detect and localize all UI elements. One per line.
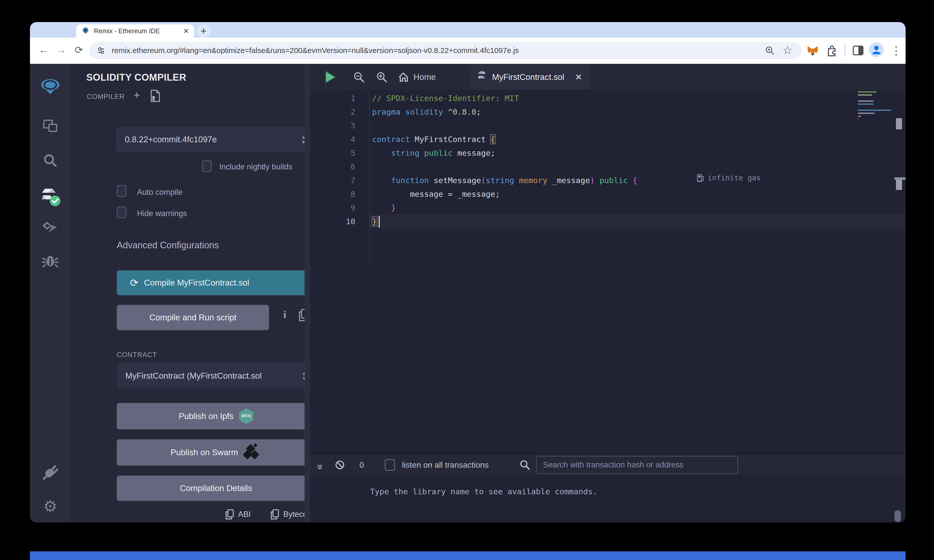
code-content[interactable]: // SPDX-License-Identifier: MITpragma so…: [372, 91, 906, 228]
advanced-configurations-toggle[interactable]: Advanced Configurations: [117, 240, 219, 251]
listen-transactions-label: listen on all transactions: [402, 460, 489, 470]
transaction-count: 0: [359, 460, 364, 470]
info-icon[interactable]: i: [283, 308, 286, 321]
editor-scrollbar-thumb-2[interactable]: [896, 180, 902, 190]
code-line: }: [372, 201, 906, 215]
metamask-icon[interactable]: [807, 45, 819, 57]
side-panel-icon[interactable]: [852, 45, 864, 56]
line-number: 7: [310, 174, 369, 187]
panel-scrollbar[interactable]: [305, 65, 310, 523]
line-number: 8: [310, 187, 369, 201]
toolbar-divider: [845, 43, 845, 56]
browser-tab[interactable]: Remix - Ethereum IDE ✕: [76, 25, 194, 37]
compiler-version-value: 0.8.22+commit.4fc1097e: [125, 135, 301, 144]
line-number: 5: [310, 146, 369, 160]
code-line: [372, 119, 906, 132]
search-icon[interactable]: [30, 153, 71, 170]
minimap-line: [858, 119, 858, 120]
debugger-icon[interactable]: [30, 252, 71, 270]
plugin-manager-icon[interactable]: [30, 463, 71, 482]
solidity-compiler-panel: SOLIDITY COMPILER ✓ › COMPILER + 0.8.22+…: [71, 65, 305, 523]
code-line: [372, 160, 906, 174]
listen-transactions-checkbox[interactable]: [385, 459, 395, 471]
gas-pump-icon: [697, 174, 704, 182]
url-text: remix.ethereum.org/#lang=en&optimize=fal…: [112, 46, 519, 55]
zoom-icon[interactable]: [765, 45, 775, 56]
line-number: 3: [310, 119, 369, 132]
line-number: 1: [310, 91, 369, 105]
code-line: // SPDX-License-Identifier: MIT: [372, 91, 906, 105]
add-compiler-icon[interactable]: +: [134, 89, 140, 102]
swarm-logo-icon: [244, 445, 261, 460]
copy-abi-link[interactable]: ABI: [225, 509, 251, 520]
code-editor[interactable]: 12345678910 // SPDX-License-Identifier: …: [310, 90, 906, 406]
zoom-in-icon[interactable]: [376, 71, 388, 83]
tab-myfirstcontract[interactable]: MyFirstContract.sol ✕: [469, 65, 590, 90]
text-cursor: [379, 216, 380, 228]
screenshot-root: Remix - Ethereum IDE ✕ + ← → ⟳ remix.eth…: [0, 0, 934, 560]
minimap-line: [858, 100, 874, 102]
line-number: 2: [310, 105, 369, 119]
publish-swarm-button[interactable]: Publish on Swarm: [117, 439, 315, 466]
extensions-icon[interactable]: [826, 45, 838, 56]
vertical-icon-rail: ⚙: [30, 65, 71, 523]
solidity-compiler-icon-active[interactable]: [30, 186, 71, 208]
terminal-panel: » 0 listen on all transactions Type the …: [310, 453, 906, 523]
license-file-icon[interactable]: [150, 90, 161, 103]
tab-close-icon[interactable]: ✕: [183, 27, 189, 35]
publish-ipfs-button[interactable]: Publish on Ipfs IPFS: [117, 403, 315, 429]
line-number: 4: [310, 132, 369, 146]
hide-warnings-label: Hide warnings: [137, 209, 187, 218]
home-icon: [398, 72, 409, 83]
code-line: string public message;: [372, 146, 906, 160]
nightly-builds-checkbox[interactable]: [202, 160, 212, 172]
bookmark-star-icon[interactable]: ☆: [783, 44, 792, 57]
line-number-gutter: 12345678910: [310, 91, 369, 228]
clear-console-icon[interactable]: [334, 460, 345, 470]
compile-button[interactable]: ⟳ Compile MyFirstContract.sol: [117, 270, 308, 295]
editor-tabbar: Home MyFirstContract.sol ✕: [310, 65, 906, 90]
settings-gear-icon[interactable]: ⚙: [30, 497, 71, 515]
profile-avatar[interactable]: [869, 42, 884, 57]
terminal-toolbar: » 0 listen on all transactions: [310, 454, 906, 476]
compile-and-run-button[interactable]: Compile and Run script: [117, 305, 269, 330]
background-window-edge: [30, 551, 906, 560]
minimap-line: [858, 103, 874, 105]
contract-select[interactable]: MyFirstContract (MyFirstContract.sol ▲▼: [117, 363, 315, 389]
auto-compile-checkbox[interactable]: [117, 185, 126, 197]
terminal-scrollbar-thumb[interactable]: [894, 510, 901, 522]
run-script-play-icon[interactable]: [323, 71, 336, 84]
browser-tabstrip: Remix - Ethereum IDE ✕ +: [30, 22, 906, 37]
line-number: 10: [310, 215, 369, 228]
site-settings-icon[interactable]: [96, 46, 106, 55]
collapse-terminal-icon[interactable]: »: [315, 464, 326, 466]
back-icon[interactable]: ←: [39, 44, 49, 55]
url-bar[interactable]: remix.ethereum.org/#lang=en&optimize=fal…: [89, 42, 802, 59]
forward-icon[interactable]: →: [56, 44, 66, 55]
code-line: function setMessage(string memory _messa…: [372, 174, 906, 187]
remix-logo-icon[interactable]: [30, 77, 71, 98]
compilation-details-button[interactable]: Compilation Details: [117, 475, 315, 501]
panel-title: SOLIDITY COMPILER: [86, 72, 186, 83]
nightly-builds-label: Include nightly builds: [219, 162, 292, 171]
new-tab-button[interactable]: +: [197, 24, 210, 38]
terminal-search-icon: [519, 459, 530, 471]
minimap[interactable]: [858, 91, 891, 122]
minimap-line: [858, 112, 874, 114]
file-explorer-icon[interactable]: [30, 118, 71, 135]
code-line: message = _message;: [372, 187, 906, 201]
close-tab-icon[interactable]: ✕: [575, 72, 582, 82]
editor-scrollbar-thumb[interactable]: [896, 118, 902, 129]
terminal-message: Type the library name to see available c…: [370, 487, 598, 496]
browser-menu-icon[interactable]: ⋮: [890, 44, 902, 57]
terminal-search-input[interactable]: [536, 456, 738, 474]
hide-warnings-checkbox[interactable]: [117, 206, 126, 218]
reload-icon[interactable]: ⟳: [75, 44, 83, 56]
file-tab-label: MyFirstContract.sol: [492, 72, 569, 82]
tab-home[interactable]: Home: [398, 65, 436, 90]
contract-value: MyFirstContract (MyFirstContract.sol: [125, 371, 306, 381]
zoom-out-icon[interactable]: [353, 71, 365, 83]
compiler-version-select[interactable]: 0.8.22+commit.4fc1097e ▲▼: [116, 127, 315, 152]
deploy-run-icon[interactable]: [30, 220, 71, 238]
minimap-line: [858, 115, 861, 117]
